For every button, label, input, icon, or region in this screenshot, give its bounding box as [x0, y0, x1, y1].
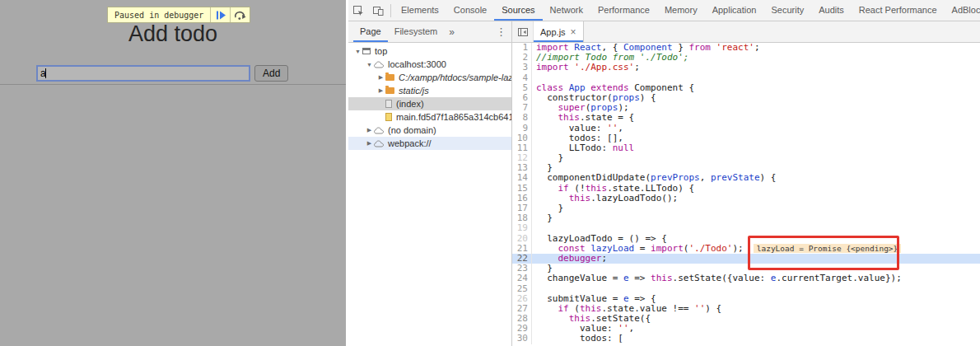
code-text: }	[532, 213, 553, 223]
code-line-22: 22 debugger;	[512, 254, 980, 264]
code-line-30: 30 todos: [	[512, 334, 980, 344]
add-todo-button[interactable]: Add	[254, 65, 288, 82]
expander-icon[interactable]: ▶	[365, 127, 374, 133]
cloud-icon	[374, 127, 384, 134]
code-line-18: 18 }	[512, 213, 980, 223]
tab-memory[interactable]: Memory	[657, 0, 705, 21]
tab-application[interactable]: Application	[705, 0, 764, 21]
tree-item-main-fd5d7f1a865a314cb641-h[interactable]: main.fd5d7f1a865a314cb641.h	[348, 110, 511, 124]
inline-eval-badge: lazyLoad = Promise {<pending>}	[754, 244, 902, 253]
paused-banner-label: Paused in debugger	[108, 7, 210, 22]
line-number[interactable]: 4	[512, 73, 532, 83]
line-number[interactable]: 19	[512, 223, 532, 233]
tree-item-top[interactable]: ▼top	[348, 44, 511, 58]
tab-performance[interactable]: Performance	[590, 0, 657, 21]
resume-icon	[215, 10, 226, 21]
code-lines: 1import React, { Component } from 'react…	[512, 43, 980, 344]
line-number[interactable]: 15	[512, 184, 532, 194]
code-line-3: 3import './App.css';	[512, 63, 980, 72]
tab-audits[interactable]: Audits	[811, 0, 852, 21]
sidebar-tab-page[interactable]: Page	[353, 21, 388, 42]
code-line-12: 12 }	[512, 153, 980, 163]
sidebar-tab-strip: PageFilesystem	[353, 21, 444, 42]
folder-icon	[385, 74, 394, 81]
code-line-24: 24 changeValue = e => this.setState({val…	[512, 274, 980, 283]
folder-icon	[385, 87, 394, 94]
tab-elements[interactable]: Elements	[394, 0, 446, 21]
step-over-icon	[234, 10, 246, 21]
devtools-body: ▼top▼localhost:3000▶C:/xampp/htdocs/samp…	[348, 43, 980, 346]
line-number[interactable]: 8	[512, 113, 532, 123]
tree-item-index[interactable]: (index)	[348, 97, 511, 110]
tab-network[interactable]: Network	[543, 0, 590, 21]
tab-security[interactable]: Security	[763, 0, 811, 21]
expander-icon[interactable]: ▶	[376, 87, 385, 94]
tree-item-localhost-3000[interactable]: ▼localhost:3000	[348, 58, 511, 71]
sidebar-tab-filesystem[interactable]: Filesystem	[388, 21, 445, 42]
line-number[interactable]: 25	[512, 284, 532, 294]
expander-icon[interactable]: ▶	[365, 140, 374, 147]
tree-item-label: top	[375, 46, 387, 56]
code-line-11: 11 LLTodo: null	[512, 143, 980, 153]
line-number[interactable]: 9	[512, 124, 532, 133]
line-number[interactable]: 24	[512, 274, 532, 283]
code-text: changeValue = e => this.setState({value:…	[532, 274, 902, 283]
devtools-tab-strip: ElementsConsoleSourcesNetworkPerformance…	[394, 0, 980, 21]
file-icon	[385, 100, 392, 108]
line-number[interactable]: 20	[512, 234, 532, 244]
line-number[interactable]: 3	[512, 63, 532, 72]
code-text: todos: [	[532, 334, 623, 344]
code-line-17: 17 }	[512, 203, 980, 213]
tab-adblock[interactable]: AdBlock	[945, 0, 980, 21]
tree-item-label: main.fd5d7f1a865a314cb641.h	[396, 112, 511, 122]
file-tree: ▼top▼localhost:3000▶C:/xampp/htdocs/samp…	[348, 43, 512, 346]
device-toolbar-button[interactable]	[368, 0, 388, 21]
todo-input[interactable]	[36, 65, 250, 82]
cloud-icon	[374, 127, 384, 134]
devtools-panel: ElementsConsoleSourcesNetworkPerformance…	[348, 0, 980, 346]
cloud-icon	[374, 61, 384, 68]
tree-item-label: (no domain)	[388, 125, 436, 135]
expander-icon[interactable]: ▼	[365, 62, 374, 68]
resume-script-button[interactable]	[210, 7, 230, 22]
line-number[interactable]: 14	[512, 173, 532, 183]
sidebar-header: PageFilesystem » ⋮	[348, 21, 512, 43]
page-title: Add todo	[0, 21, 346, 47]
tree-item-c-xampp-htdocs-sample-lazy-l[interactable]: ▶C:/xampp/htdocs/sample-lazy-l	[348, 71, 511, 84]
tab-console[interactable]: Console	[446, 0, 494, 21]
step-over-button[interactable]	[230, 7, 250, 22]
tree-item-label: C:/xampp/htdocs/sample-lazy-l	[399, 72, 511, 82]
file-js-icon	[385, 113, 392, 121]
more-tabs-icon[interactable]: »	[444, 26, 460, 38]
tab-react-performance[interactable]: React Performance	[852, 0, 945, 21]
paused-banner: Paused in debugger	[107, 7, 250, 23]
tree-item-static-js[interactable]: ▶static/js	[348, 84, 511, 97]
editor-tab-strip: App.js ×	[512, 21, 980, 43]
code-text: import './App.css';	[532, 63, 640, 72]
collapse-sidebar-icon	[517, 27, 529, 37]
collapse-sidebar-button[interactable]	[512, 21, 534, 42]
tree-item-no-domain[interactable]: ▶(no domain)	[348, 124, 511, 137]
device-toolbar-icon	[372, 5, 385, 16]
page-divider	[0, 84, 346, 85]
text-caret	[45, 68, 46, 78]
inspect-element-button[interactable]	[348, 0, 368, 21]
devtools-subbar: PageFilesystem » ⋮ App.js ×	[348, 21, 980, 43]
file-tab-appjs[interactable]: App.js ×	[534, 21, 584, 42]
expander-icon[interactable]: ▼	[353, 49, 362, 54]
tree-item-label: static/js	[399, 86, 429, 96]
line-number[interactable]: 30	[512, 334, 532, 344]
expander-icon[interactable]: ▶	[376, 74, 385, 81]
kebab-menu-icon[interactable]: ⋮	[496, 26, 506, 38]
screenshot-root: Paused in debugger Add todo	[0, 0, 980, 346]
code-editor[interactable]: 1import React, { Component } from 'react…	[512, 43, 980, 346]
cloud-icon	[374, 61, 384, 68]
code-line-16: 16 this.lazyLoadTodo();	[512, 194, 980, 203]
tree-item-label: localhost:3000	[388, 59, 446, 69]
tab-sources[interactable]: Sources	[494, 0, 542, 21]
close-icon[interactable]: ×	[571, 26, 576, 38]
tree-item-label: webpack://	[388, 138, 432, 148]
tree-item-webpack[interactable]: ▶webpack://	[348, 137, 511, 150]
cloud-icon	[374, 140, 384, 147]
tree-item-label: (index)	[396, 99, 424, 109]
